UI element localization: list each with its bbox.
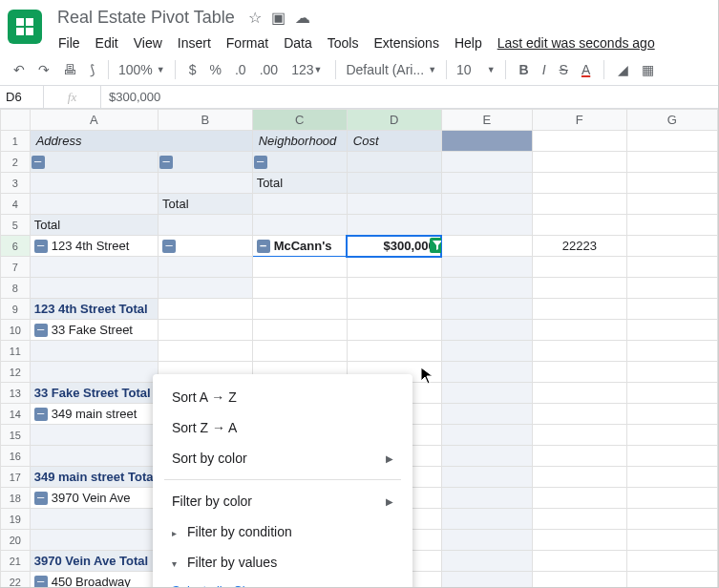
cloud-icon[interactable]: ☁ [295,9,310,27]
cell[interactable]: –McCann's [252,236,347,257]
col-header-b[interactable]: B [159,110,253,131]
last-edit-link[interactable]: Last edit was seconds ago [491,32,662,54]
decrease-decimal-button[interactable]: .0 [231,60,250,79]
cell[interactable]: – [159,236,253,257]
col-header-e[interactable]: E [441,110,532,131]
menu-data[interactable]: Data [277,32,319,54]
cell[interactable]: Total [159,194,253,215]
cell[interactable]: –3970 Vein Ave [30,488,158,509]
row-header[interactable]: 8 [1,278,31,299]
col-header-c[interactable]: C [252,110,347,131]
undo-button[interactable]: ↶ [10,60,29,79]
row-header[interactable]: 10 [1,320,31,341]
pivot-header-cost[interactable]: Cost [347,131,441,152]
menu-view[interactable]: View [127,32,169,54]
cell[interactable]: Total [30,215,158,236]
row-header[interactable]: 16 [1,446,31,467]
sort-by-color[interactable]: Sort by color▶ [153,443,412,473]
collapse-icon[interactable]: – [34,324,48,337]
row-header[interactable]: 22 [1,572,31,589]
move-icon[interactable]: ▣ [271,9,285,27]
row-header[interactable]: 12 [1,362,31,383]
zoom-select[interactable]: 100%▼ [118,62,165,77]
sort-az[interactable]: Sort A → Z [153,382,412,412]
filter-by-values[interactable]: ▾Filter by values [153,547,412,578]
collapse-icon[interactable]: – [34,492,48,505]
document-title[interactable]: Real Estate Pivot Table [52,6,241,30]
cell[interactable]: 123 4th Street Total [30,299,158,320]
cell[interactable]: 33 Fake Street Total [30,383,158,404]
selected-cell[interactable]: $300,000 [347,236,441,257]
star-icon[interactable]: ☆ [248,9,262,27]
collapse-icon[interactable]: – [257,240,270,253]
row-header[interactable]: 5 [1,215,31,236]
col-header-d[interactable]: D [347,110,441,131]
select-all-corner[interactable] [1,110,31,131]
menu-tools[interactable]: Tools [321,32,366,54]
collapse-icon[interactable]: – [159,156,173,169]
sheets-app-icon[interactable] [8,10,42,44]
redo-button[interactable]: ↷ [34,60,53,79]
row-header[interactable]: 17 [1,467,31,488]
row-header[interactable]: 3 [1,173,31,194]
menu-edit[interactable]: Edit [89,32,125,54]
print-button[interactable]: 🖶 [59,60,80,79]
paint-format-button[interactable]: ⟆ [86,60,98,79]
filter-icon[interactable] [430,238,442,253]
row-header[interactable]: 18 [1,488,31,509]
row-header[interactable]: 1 [1,131,31,152]
row-header[interactable]: 19 [1,509,31,530]
filter-by-condition[interactable]: ▸Filter by condition [153,516,412,547]
pivot-header-neighborhood[interactable]: Neighborhood [252,131,347,152]
menu-help[interactable]: Help [448,32,489,54]
collapse-icon[interactable]: – [34,408,48,421]
name-box[interactable]: D6 [0,86,44,108]
bold-button[interactable]: B [516,60,533,79]
row-header[interactable]: 7 [1,257,31,278]
collapse-icon[interactable]: – [162,240,176,253]
col-header-f[interactable]: F [532,110,626,131]
cell[interactable]: 349 main street Total [30,467,158,488]
collapse-icon[interactable]: – [34,240,48,253]
cell[interactable]: –349 main street [30,404,158,425]
cell[interactable]: –450 Broadway [30,572,158,589]
fill-color-button[interactable]: ◢ [614,60,632,79]
collapse-icon[interactable]: – [32,156,45,169]
filter-by-color[interactable]: Filter by color▶ [153,486,412,516]
font-size-select[interactable]: 10▼ [456,62,496,77]
italic-button[interactable]: I [539,60,550,79]
row-header[interactable]: 15 [1,425,31,446]
cell[interactable]: –123 4th Street [30,236,158,257]
borders-button[interactable]: ▦ [638,60,658,79]
more-formats-button[interactable]: 123▼ [287,60,326,79]
menu-file[interactable]: File [52,32,87,54]
row-header[interactable]: 20 [1,530,31,551]
strike-button[interactable]: S [556,60,572,79]
collapse-icon[interactable]: – [34,576,48,588]
col-header-a[interactable]: A [30,110,158,131]
col-header-g[interactable]: G [626,110,717,131]
currency-button[interactable]: $ [185,60,201,79]
text-color-button[interactable]: A [578,60,594,79]
cell[interactable]: –33 Fake Street [30,320,158,341]
row-header[interactable]: 6 [1,236,31,257]
font-select[interactable]: Default (Ari...▼ [346,62,436,77]
collapse-icon[interactable]: – [254,156,267,169]
clear-link[interactable]: Clear [233,583,263,588]
row-header[interactable]: 13 [1,383,31,404]
cell[interactable]: Total [252,173,347,194]
row-header[interactable]: 14 [1,404,31,425]
pivot-header-address[interactable]: Address [30,131,252,152]
sort-za[interactable]: Sort Z → A [153,412,412,443]
menu-extensions[interactable]: Extensions [367,32,445,54]
row-header[interactable]: 11 [1,341,31,362]
formula-input[interactable]: $300,000 [101,90,168,104]
row-header[interactable]: 9 [1,299,31,320]
menu-insert[interactable]: Insert [171,32,218,54]
menu-format[interactable]: Format [220,32,275,54]
percent-button[interactable]: % [206,60,225,79]
increase-decimal-button[interactable]: .00 [256,60,282,79]
cell[interactable]: 22223 [532,236,626,257]
row-header[interactable]: 4 [1,194,31,215]
row-header[interactable]: 2 [1,152,31,173]
